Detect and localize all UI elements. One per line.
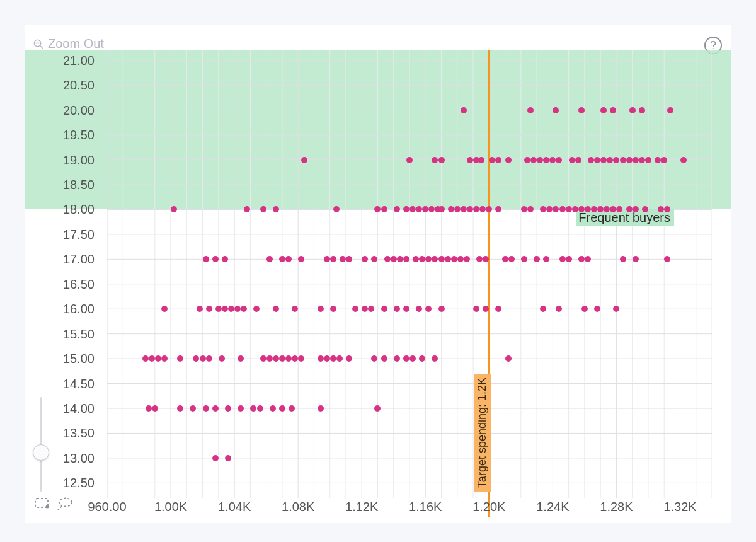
data-point[interactable] — [374, 405, 381, 412]
data-point[interactable] — [352, 306, 358, 312]
data-point[interactable] — [486, 206, 492, 212]
data-point[interactable] — [260, 206, 266, 212]
data-point[interactable] — [403, 306, 410, 312]
data-point[interactable] — [250, 405, 256, 412]
data-point[interactable] — [585, 256, 591, 262]
data-point[interactable] — [572, 206, 578, 212]
data-point[interactable] — [680, 157, 687, 163]
data-point[interactable] — [524, 157, 530, 163]
data-point[interactable] — [425, 306, 432, 312]
data-point[interactable] — [318, 405, 324, 412]
data-point[interactable] — [667, 107, 673, 113]
data-point[interactable] — [215, 306, 222, 312]
data-point[interactable] — [419, 355, 425, 362]
data-point[interactable] — [578, 206, 585, 212]
data-point[interactable] — [381, 306, 387, 312]
data-point[interactable] — [206, 355, 212, 362]
data-point[interactable] — [330, 355, 336, 362]
data-point[interactable] — [270, 405, 276, 412]
data-point[interactable] — [610, 206, 616, 212]
data-point[interactable] — [410, 355, 416, 362]
data-point[interactable] — [546, 206, 553, 212]
data-point[interactable] — [483, 306, 489, 312]
data-point[interactable] — [298, 355, 304, 362]
data-point[interactable] — [438, 306, 445, 312]
data-point[interactable] — [527, 107, 534, 113]
data-point[interactable] — [613, 157, 619, 163]
data-point[interactable] — [467, 206, 473, 212]
data-point[interactable] — [330, 306, 336, 312]
data-point[interactable] — [324, 256, 330, 262]
data-point[interactable] — [658, 206, 664, 212]
data-point[interactable] — [594, 157, 600, 163]
data-point[interactable] — [461, 107, 467, 113]
data-point[interactable] — [266, 256, 273, 262]
data-point[interactable] — [234, 306, 241, 312]
data-point[interactable] — [476, 256, 483, 262]
data-point[interactable] — [505, 157, 512, 163]
data-point[interactable] — [629, 107, 636, 113]
data-point[interactable] — [597, 206, 604, 212]
data-point[interactable] — [285, 355, 292, 362]
data-point[interactable] — [177, 405, 183, 412]
data-point[interactable] — [626, 157, 633, 163]
data-point[interactable] — [371, 256, 377, 262]
data-point[interactable] — [645, 157, 651, 163]
data-point[interactable] — [279, 355, 285, 362]
data-point[interactable] — [362, 306, 368, 312]
data-point[interactable] — [301, 157, 307, 163]
zoom-out-button[interactable]: Zoom Out — [33, 37, 104, 51]
data-point[interactable] — [394, 306, 400, 312]
data-point[interactable] — [495, 206, 501, 212]
data-point[interactable] — [575, 157, 581, 163]
data-point[interactable] — [381, 206, 387, 212]
data-point[interactable] — [479, 206, 486, 212]
data-point[interactable] — [600, 157, 607, 163]
data-point[interactable] — [537, 157, 543, 163]
data-point[interactable] — [521, 256, 527, 262]
data-point[interactable] — [403, 355, 410, 362]
data-point[interactable] — [639, 107, 645, 113]
data-point[interactable] — [620, 256, 626, 262]
data-point[interactable] — [448, 206, 454, 212]
data-point[interactable] — [569, 157, 575, 163]
data-point[interactable] — [553, 206, 559, 212]
data-point[interactable] — [664, 256, 670, 262]
data-point[interactable] — [530, 157, 537, 163]
data-point[interactable] — [190, 405, 196, 412]
data-point[interactable] — [222, 306, 228, 312]
data-point[interactable] — [292, 306, 298, 312]
data-point[interactable] — [566, 256, 572, 262]
data-point[interactable] — [336, 355, 343, 362]
data-point[interactable] — [495, 306, 501, 312]
data-point[interactable] — [543, 256, 549, 262]
rectangle-select-button[interactable] — [34, 497, 52, 510]
data-point[interactable] — [394, 355, 400, 362]
data-point[interactable] — [413, 256, 419, 262]
data-point[interactable] — [318, 355, 324, 362]
data-point[interactable] — [410, 206, 416, 212]
data-point[interactable] — [368, 306, 374, 312]
data-point[interactable] — [581, 306, 588, 312]
data-point[interactable] — [384, 256, 391, 262]
data-point[interactable] — [633, 256, 639, 262]
data-point[interactable] — [553, 107, 559, 113]
data-point[interactable] — [594, 306, 600, 312]
data-point[interactable] — [613, 306, 619, 312]
data-point[interactable] — [330, 256, 336, 262]
data-point[interactable] — [556, 306, 562, 312]
data-point[interactable] — [540, 206, 546, 212]
data-point[interactable] — [381, 355, 387, 362]
data-point[interactable] — [161, 306, 168, 312]
data-point[interactable] — [432, 157, 438, 163]
data-point[interactable] — [521, 206, 527, 212]
data-point[interactable] — [394, 206, 400, 212]
data-point[interactable] — [451, 256, 457, 262]
data-point[interactable] — [416, 206, 422, 212]
data-point[interactable] — [559, 206, 566, 212]
data-point[interactable] — [457, 256, 464, 262]
data-point[interactable] — [585, 206, 591, 212]
data-point[interactable] — [495, 157, 501, 163]
data-point[interactable] — [225, 455, 231, 461]
data-point[interactable] — [155, 355, 161, 362]
